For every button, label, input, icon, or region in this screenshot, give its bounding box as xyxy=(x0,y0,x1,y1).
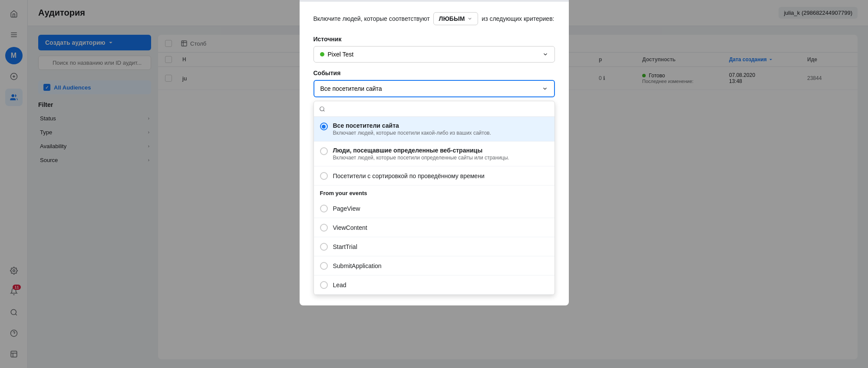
dropdown-search-row xyxy=(314,101,554,117)
option-title-all-visitors: Все посетители сайта xyxy=(333,122,492,129)
dropdown-option-pageview[interactable]: PageView xyxy=(314,199,554,218)
radio-pageview xyxy=(320,205,328,212)
radio-viewcontent xyxy=(320,224,328,232)
include-people-row: Включите людей, которые соответствуют ЛЮ… xyxy=(314,12,555,25)
option-text-all-visitors: Все посетители сайта Включает людей, кот… xyxy=(333,122,492,136)
radio-specific-pages xyxy=(320,147,328,155)
option-subtitle-specific-pages: Включает людей, которые посетили определ… xyxy=(333,155,509,161)
radio-lead xyxy=(320,281,328,289)
dropdown-option-all-visitors[interactable]: Все посетители сайта Включает людей, кот… xyxy=(314,117,554,142)
from-events-label: From your events xyxy=(314,186,554,199)
source-left: Pixel Test xyxy=(320,51,354,58)
dropdown-option-specific-pages[interactable]: Люди, посещавшие определенные веб-страни… xyxy=(314,142,554,166)
events-label: События xyxy=(314,70,555,76)
match-dropdown-label: ЛЮБЫМ xyxy=(439,15,465,22)
dropdown-option-starttrial[interactable]: StartTrial xyxy=(314,237,554,256)
include-text: Включите людей, которые соответствуют xyxy=(314,15,430,22)
events-dropdown-menu: Все посетители сайта Включает людей, кот… xyxy=(314,101,555,295)
modal-dialog: Включите людей, которые соответствуют ЛЮ… xyxy=(300,0,569,305)
radio-all-visitors xyxy=(320,123,328,130)
svg-line-21 xyxy=(323,110,324,111)
source-value: Pixel Test xyxy=(328,51,354,58)
match-dropdown[interactable]: ЛЮБЫМ xyxy=(433,12,479,25)
option-submitapplication-label: SubmitApplication xyxy=(333,262,382,269)
events-dropdown[interactable]: Все посетители сайта xyxy=(314,80,555,97)
after-match-text: из следующих критериев: xyxy=(482,15,554,22)
option-viewcontent-label: ViewContent xyxy=(333,224,367,231)
option-lead-label: Lead xyxy=(333,282,347,288)
dropdown-option-lead[interactable]: Lead xyxy=(314,275,554,295)
events-value: Все посетители сайта xyxy=(320,85,382,92)
svg-point-20 xyxy=(320,106,323,110)
option-pageview-label: PageView xyxy=(333,205,360,212)
radio-by-time xyxy=(320,172,328,180)
radio-submitapplication xyxy=(320,262,328,270)
option-title-specific-pages: Люди, посещавшие определенные веб-страни… xyxy=(333,147,509,154)
dropdown-option-submitapplication[interactable]: SubmitApplication xyxy=(314,256,554,275)
dropdown-option-viewcontent[interactable]: ViewContent xyxy=(314,218,554,237)
radio-starttrial xyxy=(320,243,328,251)
option-starttrial-label: StartTrial xyxy=(333,243,357,250)
modal-body: Включите людей, которые соответствуют ЛЮ… xyxy=(300,2,569,305)
pixel-dot xyxy=(320,52,324,56)
source-label: Источник xyxy=(314,36,555,43)
option-text-specific-pages: Люди, посещавшие определенные веб-страни… xyxy=(333,147,509,161)
option-subtitle-all-visitors: Включает людей, которые посетили какой-л… xyxy=(333,130,492,136)
option-title-by-time: Посетители с сортировкой по проведённому… xyxy=(333,172,485,179)
source-dropdown[interactable]: Pixel Test xyxy=(314,46,555,63)
dropdown-search-input[interactable] xyxy=(329,106,549,112)
dropdown-option-by-time[interactable]: Посетители с сортировкой по проведённому… xyxy=(314,166,554,186)
